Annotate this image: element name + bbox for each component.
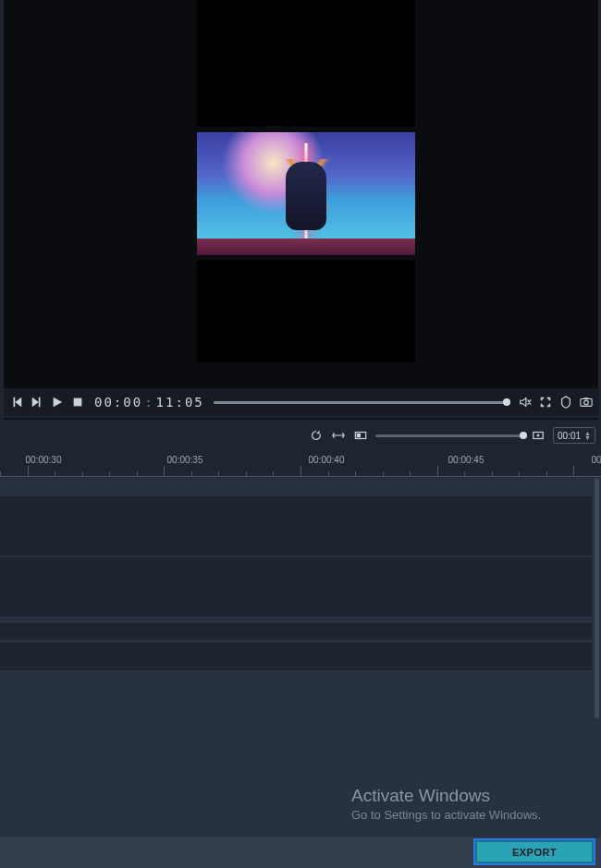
stepper-arrows[interactable]: ▲▼ xyxy=(584,431,591,440)
export-button-label: EXPORT xyxy=(512,847,557,858)
playback-timecode: 00:00:11:05 xyxy=(94,395,204,410)
preview-black-bottom xyxy=(197,261,415,362)
bottom-bar: EXPORT xyxy=(0,837,601,868)
preview-black-top xyxy=(197,0,415,127)
svg-point-2 xyxy=(584,400,589,405)
timeline-ruler[interactable]: 00:00:30 00:00:35 00:00:40 00:00:45 00 xyxy=(0,449,601,477)
watermark-subtitle: Go to Settings to activate Windows. xyxy=(351,808,541,822)
ruler-label: 00:00:40 xyxy=(309,455,345,465)
play-icon[interactable] xyxy=(50,395,65,410)
svg-rect-5 xyxy=(357,434,361,437)
svg-rect-0 xyxy=(74,398,82,407)
time-stepper-value: 00:01 xyxy=(558,431,581,441)
svg-rect-3 xyxy=(583,397,588,399)
next-frame-icon[interactable] xyxy=(30,395,44,410)
fit-width-icon[interactable] xyxy=(331,428,346,443)
ruler-label: 00:00:30 xyxy=(26,455,62,465)
timeline-tracks[interactable] xyxy=(0,478,601,837)
export-button[interactable]: EXPORT xyxy=(475,840,594,863)
previous-frame-icon[interactable] xyxy=(9,395,24,410)
fullscreen-icon[interactable] xyxy=(538,395,553,410)
track-row[interactable] xyxy=(0,623,592,640)
playback-bar: 00:00:11:05 xyxy=(4,388,599,416)
track-row[interactable] xyxy=(0,642,592,670)
timecode-current: 00:00 xyxy=(94,395,142,410)
watermark-title: Activate Windows xyxy=(351,786,541,806)
zoom-slider[interactable] xyxy=(375,434,523,437)
track-row[interactable] xyxy=(0,496,592,556)
progress-knob[interactable] xyxy=(503,398,510,406)
panel-divider xyxy=(4,418,598,420)
track-row[interactable] xyxy=(0,557,592,617)
preview-video-frame xyxy=(197,132,415,255)
ruler-label: 00 xyxy=(591,455,601,465)
add-marker-icon[interactable] xyxy=(531,428,546,443)
aspect-ratio-icon[interactable] xyxy=(353,428,368,443)
refresh-icon[interactable] xyxy=(309,428,324,443)
camera-icon[interactable] xyxy=(579,395,594,410)
preview-area xyxy=(4,0,598,388)
mute-icon[interactable] xyxy=(518,395,533,410)
timecode-total: 11:05 xyxy=(156,395,204,410)
ruler-label: 00:00:35 xyxy=(167,455,203,465)
time-stepper[interactable]: 00:01 ▲▼ xyxy=(553,427,595,444)
windows-activation-watermark: Activate Windows Go to Settings to activ… xyxy=(351,786,541,822)
stop-icon[interactable] xyxy=(70,395,85,410)
timeline-toolbar: 00:01 ▲▼ xyxy=(0,423,601,447)
video-frame-content xyxy=(197,132,415,255)
playback-progress[interactable] xyxy=(214,401,507,404)
zoom-knob[interactable] xyxy=(520,432,527,439)
safezone-icon[interactable] xyxy=(558,395,573,410)
ruler-label: 00:00:45 xyxy=(448,455,484,465)
